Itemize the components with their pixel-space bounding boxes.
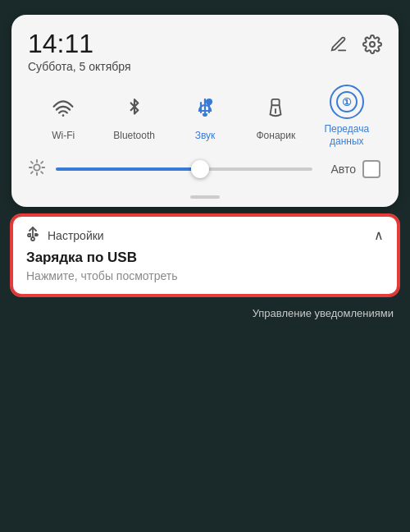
manage-notifications-label[interactable]: Управление уведомлениями [253,307,394,319]
svg-point-7 [34,164,39,170]
toggle-bluetooth[interactable]: Bluetooth [110,91,159,141]
auto-checkbox[interactable] [362,160,380,178]
toggle-wifi[interactable]: Wi-Fi [39,91,88,141]
brightness-icon [28,158,46,181]
usb-notification[interactable]: Настройки ∧ Зарядка по USB Нажмите, чтоб… [11,215,399,296]
svg-text:①: ① [342,96,352,108]
date-display: Суббота, 5 октября [28,60,131,73]
svg-point-2 [207,99,212,104]
usb-title: Зарядка по USB [26,250,384,266]
toggle-flashlight[interactable]: Фонарик [251,91,300,141]
svg-point-17 [31,237,34,241]
svg-line-13 [41,172,43,173]
usb-app-name: Настройки [48,229,366,242]
bluetooth-icon [117,91,152,126]
bluetooth-label: Bluetooth [113,130,155,141]
drag-bar [190,195,220,199]
svg-rect-3 [272,99,280,104]
svg-line-14 [31,172,33,173]
svg-line-15 [41,162,43,163]
header-icons [330,34,382,58]
edit-icon[interactable] [330,35,348,57]
time-block: 14:11 Суббота, 5 октября [28,30,131,73]
transfer-label: Передача данных [322,123,371,147]
sound-label: Звук [195,130,216,141]
drag-handle [28,190,382,199]
notification-panel: 14:11 Суббота, 5 октября [11,15,399,207]
wifi-label: Wi-Fi [52,130,75,141]
time-display: 14:11 [28,30,131,58]
svg-point-0 [370,42,375,47]
transfer-icon: ① [330,85,364,119]
settings-icon[interactable] [362,34,382,58]
brightness-thumb[interactable] [191,160,209,178]
usb-chevron[interactable]: ∧ [374,227,384,243]
time-row: 14:11 Суббота, 5 октября [28,30,382,73]
usb-notification-header: Настройки ∧ [26,227,384,245]
svg-line-12 [31,162,33,163]
wifi-icon [46,91,80,126]
toggle-sound[interactable]: Звук [180,91,230,141]
auto-row: Авто [330,160,382,178]
usb-subtitle: Нажмите, чтобы посмотреть [26,269,384,282]
manage-notifications[interactable]: Управление уведомлениями [0,296,410,331]
quick-toggles: Wi-Fi Bluetooth [28,85,382,147]
flashlight-icon [258,91,293,126]
auto-label: Авто [330,163,356,176]
svg-point-1 [62,114,65,117]
brightness-slider[interactable] [56,160,312,178]
usb-icon [26,227,39,245]
sound-icon [188,91,222,126]
flashlight-label: Фонарик [256,130,295,141]
brightness-row: Авто [28,158,382,181]
toggle-transfer[interactable]: ① Передача данных [322,85,371,147]
